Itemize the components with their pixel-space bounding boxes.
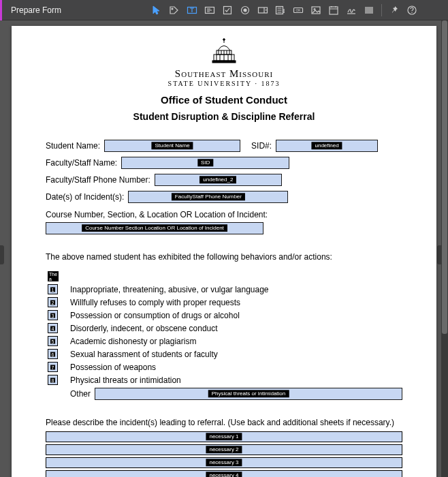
- barcode-icon[interactable]: [361, 3, 377, 18]
- desc-line-1[interactable]: necessary 1: [46, 431, 402, 442]
- behavior-row-6: 6 Sexual harassment of students or facul…: [46, 349, 402, 359]
- pdf-page: Southeast Missouri STATE UNIVERSITY · 18…: [12, 26, 436, 477]
- button-icon[interactable]: OK: [290, 3, 306, 18]
- checkbox-5[interactable]: 5: [48, 336, 58, 346]
- svg-point-5: [244, 9, 246, 12]
- desc-line-2[interactable]: necessary 2: [46, 444, 402, 455]
- field-course-location[interactable]: Course Number Section Location OR Locati…: [46, 222, 263, 234]
- behavior-text-3: Possession or consumption of drugs or al…: [70, 311, 240, 320]
- row-incident-dates: Date(s) of Incident(s): FacultyStaff Pho…: [46, 191, 402, 203]
- checkbox-6[interactable]: 6: [48, 349, 58, 359]
- scrollbar-thumb[interactable]: [442, 20, 447, 334]
- behavior-text-5: Academic dishonesty or plagiarism: [70, 337, 196, 346]
- checkbox-4[interactable]: 4: [48, 323, 58, 333]
- panel-expand-left[interactable]: [0, 245, 4, 264]
- university-name: Southeast Missouri STATE UNIVERSITY · 18…: [46, 68, 402, 87]
- toolbar-title: Prepare Form: [5, 5, 67, 15]
- checkbox-8[interactable]: 8: [48, 375, 58, 385]
- svg-rect-12: [330, 7, 338, 14]
- text-field-icon[interactable]: [184, 3, 200, 18]
- row-faculty-name: Faculty/Staff Name: SID: [46, 157, 402, 169]
- behavior-text-7: Possession of weapons: [70, 363, 156, 372]
- behavior-text-2: Willfully refuses to comply with proper …: [70, 298, 240, 307]
- label-sid: SID#:: [251, 141, 272, 151]
- tag-tool-icon[interactable]: [166, 3, 182, 18]
- describe-label: Please describe the incident(s) leading …: [46, 418, 402, 427]
- checkbox-7[interactable]: 7: [48, 362, 58, 372]
- toolbar: Prepare Form OK: [0, 0, 448, 20]
- behavior-row-4: 4 Disorderly, indecent, or obscene condu…: [46, 323, 402, 333]
- label-course-location: Course Number, Section, & Location OR Lo…: [46, 210, 402, 219]
- description-lines: necessary 1 necessary 2 necessary 3 nece…: [46, 431, 402, 477]
- field-faculty-phone[interactable]: undefined_2: [155, 174, 282, 186]
- listbox-icon[interactable]: [272, 3, 289, 18]
- behavior-row-7: 7 Possession of weapons: [46, 362, 402, 372]
- university-name-line1: Southeast Missouri: [46, 68, 402, 80]
- field-other[interactable]: Physical threats or intimidation: [95, 388, 402, 400]
- office-heading: Office of Student Conduct: [46, 94, 402, 106]
- university-name-line2: STATE UNIVERSITY · 1873: [46, 80, 402, 87]
- behavior-row-2: 2 Willfully refuses to comply with prope…: [46, 297, 402, 307]
- field-incident-dates[interactable]: FacultyStaff Phone Number: [128, 191, 288, 203]
- image-field-icon[interactable]: [308, 3, 324, 18]
- behavior-row-1: 1 Inappropriate, threatening, abusive, o…: [46, 284, 402, 294]
- row-student-name: Student Name: Student Name SID#: undefin…: [46, 140, 402, 152]
- checkbox-1[interactable]: 1: [48, 284, 58, 294]
- behavior-text-8: Physical threats or intimidation: [70, 375, 181, 385]
- fieldtag-other: Physical threats or intimidation: [208, 390, 289, 397]
- checkbox-header-tag: The a: [48, 272, 59, 281]
- toolbar-icons: OK: [148, 3, 420, 18]
- fieldtag-incident-dates: FacultyStaff Phone Number: [172, 193, 245, 200]
- desc-line-3[interactable]: necessary 3: [46, 457, 402, 468]
- behaviors-sentence: The above named student has exhibited th…: [46, 252, 402, 262]
- fieldtag-student-name: Student Name: [151, 142, 193, 149]
- behavior-text-1: Inappropriate, threatening, abusive, or …: [70, 285, 269, 294]
- svg-text:OK: OK: [295, 8, 301, 12]
- row-faculty-phone: Faculty/Staff Phone Number: undefined_2: [46, 174, 402, 186]
- date-field-icon[interactable]: [325, 3, 342, 18]
- behavior-row-8: 8 Physical threats or intimidation: [46, 375, 402, 385]
- behavior-row-other: Other Physical threats or intimidation: [46, 388, 402, 400]
- label-student-name: Student Name:: [46, 141, 100, 151]
- svg-point-15: [223, 39, 225, 41]
- text-field-multiline-icon[interactable]: [202, 3, 218, 18]
- checkbox-header[interactable]: The a: [48, 271, 59, 281]
- fieldtag-course-location: Course Number Section Location OR Locati…: [82, 224, 227, 232]
- desc-line-4[interactable]: necessary 4: [46, 470, 402, 477]
- fieldtag-faculty-name: SID: [197, 159, 213, 166]
- accent-bar: [0, 0, 2, 20]
- toolbar-separator: [381, 4, 382, 16]
- vertical-scrollbar[interactable]: [441, 20, 448, 477]
- field-student-name[interactable]: Student Name: [104, 140, 240, 152]
- label-incident-dates: Date(s) of Incident(s):: [46, 192, 124, 202]
- svg-point-11: [314, 8, 315, 10]
- pin-icon[interactable]: [386, 3, 402, 18]
- label-faculty-name: Faculty/Staff Name:: [46, 158, 117, 168]
- radio-icon[interactable]: [237, 3, 253, 18]
- svg-point-14: [411, 12, 412, 12]
- help-icon[interactable]: [404, 3, 420, 18]
- behavior-text-6: Sexual harassment of students or faculty: [70, 350, 218, 359]
- behavior-text-4: Disorderly, indecent, or obscene conduct: [70, 324, 218, 333]
- field-faculty-name[interactable]: SID: [121, 157, 289, 169]
- label-faculty-phone: Faculty/Staff Phone Number:: [46, 175, 150, 185]
- checkbox-3[interactable]: 3: [48, 310, 58, 320]
- checkbox-icon[interactable]: [219, 3, 236, 18]
- behavior-row-5: 5 Academic dishonesty or plagiarism: [46, 336, 402, 346]
- signature-icon[interactable]: [343, 3, 359, 18]
- select-tool-icon[interactable]: [148, 3, 165, 18]
- dome-icon: [207, 38, 241, 68]
- svg-point-0: [172, 8, 173, 10]
- label-other: Other: [70, 389, 91, 399]
- fieldtag-faculty-phone: undefined_2: [199, 176, 236, 183]
- fieldtag-sid: undefined: [311, 142, 342, 149]
- checkbox-2[interactable]: 2: [48, 297, 58, 307]
- behavior-checklist: The a 1 Inappropriate, threatening, abus…: [46, 271, 402, 400]
- svg-rect-18: [212, 61, 236, 63]
- university-logo-block: Southeast Missouri STATE UNIVERSITY · 18…: [46, 38, 402, 87]
- dropdown-icon[interactable]: [255, 3, 271, 18]
- document-viewport[interactable]: Southeast Missouri STATE UNIVERSITY · 18…: [0, 20, 448, 477]
- behavior-row-3: 3 Possession or consumption of drugs or …: [46, 310, 402, 320]
- form-title: Student Disruption & Discipline Referral: [46, 111, 402, 122]
- field-sid[interactable]: undefined: [276, 140, 378, 152]
